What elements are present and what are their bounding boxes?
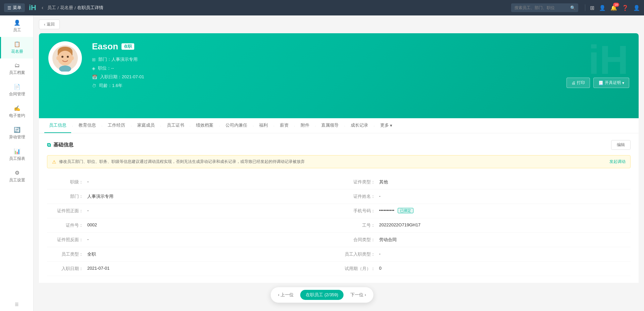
sidebar-label-archive: 员工档案	[9, 70, 25, 76]
sidebar-bottom-toggle[interactable]: ☰	[0, 298, 33, 311]
tab-certificate[interactable]: 员工证书	[162, 118, 189, 133]
tab-growth[interactable]: 成长记录	[346, 118, 373, 133]
cert-front-label: 证件照正面：	[47, 208, 87, 214]
cert-no-value: 0002	[87, 222, 339, 227]
emp-id-label: 工号：	[339, 222, 379, 228]
search-input[interactable]	[511, 3, 578, 12]
nav-user-button[interactable]: 👤	[599, 5, 606, 11]
esign-icon: ✍	[14, 105, 20, 112]
dept-value: 人事演示专用	[87, 193, 339, 199]
svg-point-7	[71, 56, 74, 60]
rank-value: -	[87, 179, 339, 184]
dept-label: 部门：	[47, 193, 87, 199]
main-layout: 👤 员工 📋 花名册 🗂 员工档案 📄 合同管理 ✍ 电子签约 🔄 异动管理 📊…	[0, 15, 644, 311]
sidebar-label-roster: 花名册	[11, 49, 23, 54]
profile-department-row: ⊞ 部门：人事演示专用	[92, 56, 629, 62]
next-employee-button[interactable]: 下一位 ›	[345, 290, 371, 300]
svg-point-3	[58, 51, 72, 65]
print-button[interactable]: 🖨 打印	[566, 78, 590, 88]
sidebar-item-employee[interactable]: 👤 员工	[0, 15, 33, 37]
cert-chevron-icon: ▾	[622, 81, 624, 85]
nav-icons: ⊞ 👤 🔔 18 ❓ 👤	[585, 4, 640, 11]
print-label: 打印	[577, 80, 585, 86]
menu-icon: ☰	[7, 5, 11, 10]
contract-type-value: 劳动合同	[379, 237, 631, 243]
phone-value: •••••••••• 已绑定	[379, 208, 631, 213]
prev-label: 上一位	[281, 292, 294, 297]
section-header: ⧉ 基础信息 编辑	[47, 140, 631, 150]
phone-label: 手机号码：	[339, 208, 379, 214]
menu-button[interactable]: ☰ 菜单	[4, 3, 25, 12]
notification-badge: 18	[613, 3, 619, 7]
sidebar-label-anomaly: 异动管理	[9, 134, 25, 140]
tab-employee-info[interactable]: 员工信息	[44, 118, 71, 133]
avatar	[48, 41, 82, 75]
menu-label: 菜单	[13, 5, 21, 11]
contract-icon: 📄	[14, 84, 20, 90]
detail-content: ⧉ 基础信息 编辑 ⚠ 修改员工部门、职位、职务、职级等信息建议通过调动流程实现…	[39, 133, 639, 283]
next-icon: ›	[365, 292, 366, 297]
section-layers-icon: ⧉	[47, 142, 51, 148]
rank-label: 职级：	[47, 179, 87, 185]
nav-help-button[interactable]: ❓	[622, 5, 629, 11]
form-row-cert-type: 证件类型： 其他	[339, 175, 631, 189]
search-icon: 🔍	[570, 5, 576, 10]
profile-name-row: Eason 在职	[92, 41, 629, 52]
sidebar-item-roster[interactable]: 📋 花名册	[0, 37, 33, 58]
tab-work-history[interactable]: 工作经历	[103, 118, 130, 133]
tab-education[interactable]: 教育信息	[74, 118, 101, 133]
tab-welfare[interactable]: 福利	[254, 118, 273, 133]
nav-divider	[585, 4, 585, 11]
cert-type-value: 其他	[379, 179, 631, 185]
nav-account-button[interactable]: 👤	[633, 5, 640, 11]
sidebar-item-esign[interactable]: ✍ 电子签约	[0, 101, 33, 123]
content-area: ‹ 返回	[34, 15, 644, 311]
form-row-department: 部门： 人事演示专用	[47, 189, 339, 204]
sidebar-item-anomaly[interactable]: 🔄 异动管理	[0, 123, 33, 144]
section-title: ⧉ 基础信息	[47, 142, 73, 148]
archive-icon: 🗂	[14, 62, 20, 69]
tab-attachment[interactable]: 附件	[296, 118, 314, 133]
form-row-rank: 职级： -	[47, 175, 339, 189]
profile-joindate-row: 📅 入职日期：2021-07-01	[92, 74, 629, 80]
join-date-label: 入职日期：	[47, 266, 87, 272]
form-row-emp-id: 工号： 20222022O719GH17	[339, 218, 631, 233]
probation-label: 试用期（月）：	[339, 266, 379, 272]
sidebar-item-report[interactable]: 📊 员工报表	[0, 144, 33, 166]
tab-supervisor[interactable]: 直属领导	[316, 118, 343, 133]
tab-performance[interactable]: 绩效档案	[191, 118, 218, 133]
sidebar-item-settings[interactable]: ⚙ 员工设置	[0, 166, 33, 187]
profile-tenure-row: ⏱ 司龄：1.6年	[92, 83, 629, 89]
initiate-transfer-link[interactable]: 发起调动	[609, 159, 626, 165]
profile-name: Eason	[92, 41, 118, 52]
sidebar-item-archive[interactable]: 🗂 员工档案	[0, 58, 33, 80]
breadcrumb-employee[interactable]: 员工	[47, 5, 56, 11]
tab-family[interactable]: 家庭成员	[133, 118, 159, 133]
form-row-cert-name: 证件姓名： -	[339, 189, 631, 204]
roster-icon: 📋	[14, 41, 20, 47]
back-bar: ‹ 返回	[34, 15, 644, 33]
cert-button[interactable]: 📃 开具证明 ▾	[593, 78, 629, 88]
department-icon: ⊞	[92, 57, 96, 62]
current-employee-indicator: 在职员工 (2/359)	[300, 290, 344, 300]
breadcrumb: 员工 / 花名册 / 在职员工详情	[47, 5, 103, 11]
prev-employee-button[interactable]: ‹ 上一位	[273, 290, 299, 300]
nav-back-button[interactable]: ‹	[40, 5, 45, 11]
nav-notification-button[interactable]: 🔔 18	[610, 5, 617, 11]
edit-button[interactable]: 编辑	[611, 140, 631, 150]
svg-point-5	[67, 56, 69, 58]
tab-concurrent[interactable]: 公司内兼任	[221, 118, 252, 133]
clock-icon: ⏱	[92, 83, 96, 88]
sidebar-label-report: 员工报表	[9, 156, 25, 162]
profile-department: 部门：人事演示专用	[98, 56, 138, 62]
nav-grid-button[interactable]: ⊞	[590, 5, 594, 11]
back-button[interactable]: ‹ 返回	[39, 19, 60, 29]
sidebar-item-contract[interactable]: 📄 合同管理	[0, 80, 33, 101]
breadcrumb-roster[interactable]: 花名册	[60, 5, 73, 11]
section-title-text: 基础信息	[53, 142, 73, 148]
more-chevron-icon: ▾	[390, 123, 392, 128]
tab-salary[interactable]: 薪资	[275, 118, 293, 133]
bottom-navigation-bar: ‹ 上一位 在职员工 (2/359) 下一位 ›	[270, 287, 374, 303]
tab-more[interactable]: 更多 ▾	[376, 118, 397, 133]
breadcrumb-current: 在职员工详情	[77, 5, 103, 11]
